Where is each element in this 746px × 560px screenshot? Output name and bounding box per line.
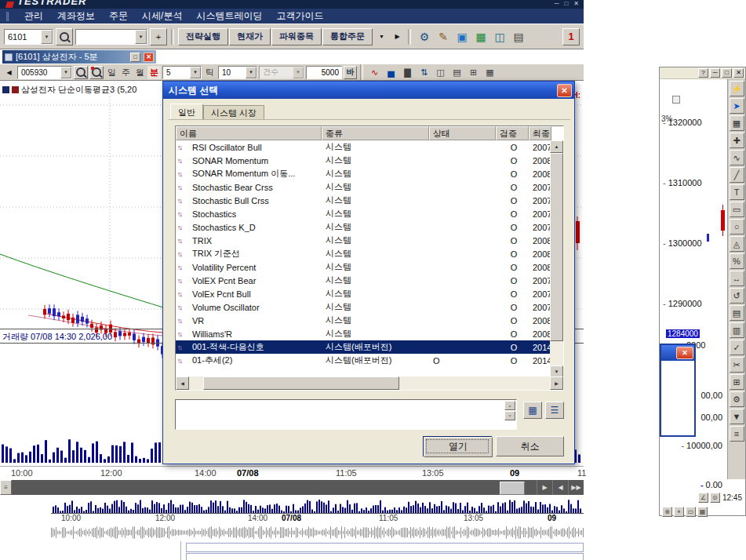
system-row[interactable]: ↑↓VolEX Pcnt Bear시스템O2007/	[176, 274, 563, 287]
mini-checkbox[interactable]	[672, 96, 680, 104]
tick-count-combo[interactable]: 10 ▼	[218, 66, 257, 79]
dropdown-icon[interactable]: ▼	[293, 67, 304, 78]
system-row[interactable]: ↑↓RSI Oscillator Bull시스템O2007/	[176, 140, 563, 154]
scroll-left-icon[interactable]: ◀	[176, 376, 189, 390]
dropdown-icon[interactable]: ▼	[60, 67, 71, 78]
scrollbar-track[interactable]	[12, 480, 537, 495]
close-icon[interactable]: ✕	[573, 0, 579, 8]
help-icon[interactable]: ?	[698, 68, 708, 78]
scrollbar-thumb[interactable]	[500, 482, 525, 495]
tab-general[interactable]: 일반	[170, 104, 203, 120]
column-header-2[interactable]: 종류	[322, 126, 429, 140]
report-icon-button[interactable]: ▤	[449, 65, 465, 79]
undo-icon[interactable]: ↺	[730, 288, 744, 304]
close-icon[interactable]: ✕	[676, 347, 693, 359]
alert-badge-button[interactable]: 1	[562, 28, 580, 45]
system-row[interactable]: ↑↓Stochastic Bear Crss시스템O2007/	[176, 180, 563, 194]
restore-icon[interactable]: □	[130, 53, 140, 62]
spin-up-icon[interactable]: ▲	[504, 401, 515, 410]
scrollbar-thumb[interactable]	[203, 376, 399, 390]
period-tick-button[interactable]: 틱	[203, 66, 217, 79]
monitor-icon-button[interactable]: ▣	[453, 27, 471, 46]
box-select-icon[interactable]: ▭	[686, 507, 696, 517]
resize-tool-icon[interactable]: ↔	[730, 271, 744, 286]
dialog-titlebar[interactable]: 시스템 선택 ✕	[163, 82, 574, 99]
cursor-icon[interactable]: ➤	[730, 98, 744, 114]
column-header-4[interactable]: 검증	[496, 126, 529, 140]
minimize-icon[interactable]: ─	[555, 0, 559, 8]
ellipse-tool-icon[interactable]: ○	[730, 219, 744, 235]
stock-search-button[interactable]	[74, 66, 88, 79]
overview-strip[interactable]: 10:0012:0014:0007/0811:0513:0509	[51, 496, 584, 541]
chart-scroll-button-1[interactable]: ▶	[537, 480, 552, 495]
angle-tool-icon[interactable]: ∠	[698, 493, 708, 503]
window-capture-icon-button[interactable]: ◫	[490, 27, 509, 46]
toolbar-button-2[interactable]: 현재가	[229, 28, 271, 45]
dropdown-icon[interactable]: ▼	[41, 30, 53, 44]
search-button[interactable]	[56, 28, 73, 45]
scrollbar-thumb[interactable]	[550, 153, 563, 341]
user-edit-icon-button[interactable]: ✎	[434, 27, 453, 46]
system-row[interactable]: ↑↓SONAR Momentum시스템O2008/	[176, 154, 563, 167]
add-button[interactable]: +	[150, 28, 167, 45]
lightning-icon[interactable]: ⚡	[730, 81, 744, 96]
system-row[interactable]: ↑↓SONAR Momentum 이동...시스템O2008/	[176, 167, 563, 180]
system-row[interactable]: ↑↓VolEx Pcnt Bull시스템O2007/	[176, 287, 563, 300]
formula-grid-button[interactable]: ▦	[523, 402, 542, 419]
trendline-icon[interactable]: ╱	[730, 167, 744, 183]
menu-item-1[interactable]: 관리	[24, 9, 43, 23]
dropdown-icon[interactable]: ▼	[190, 67, 201, 78]
list-view-button[interactable]: ☰	[545, 402, 564, 419]
period-button-분[interactable]: 분	[147, 66, 161, 79]
vertical-scrollbar[interactable]: ▲ ▼	[550, 140, 563, 378]
horizontal-scrollbar[interactable]: ◀ ▶	[176, 376, 563, 390]
cancel-button[interactable]: 취소	[496, 436, 564, 456]
splitter-grip-icon[interactable]: ≡	[0, 480, 12, 495]
bar-type-button[interactable]: 바	[344, 66, 357, 79]
bar-chart-icon-button[interactable]: ▅	[383, 65, 399, 79]
system-row[interactable]: ↑↓TRIX 기준선시스템O2008/	[176, 247, 563, 260]
crosshair-icon[interactable]: ✚	[730, 133, 744, 148]
scissors-icon[interactable]: ✂	[730, 357, 744, 373]
period-button-월[interactable]: 월	[133, 66, 147, 79]
check-icon[interactable]: ✓	[730, 340, 744, 355]
column-header-3[interactable]: 상태	[429, 126, 496, 140]
system-row[interactable]: ↑↓Volume Oscillator시스템O2007/	[176, 300, 563, 314]
system-row[interactable]: ↑↓TRIX시스템O2008/	[176, 234, 563, 247]
close-icon[interactable]: ✕	[733, 68, 744, 78]
system-row[interactable]: ↑↓Volatility Percent시스템O2008/	[176, 260, 563, 274]
chart-scroll-button-2[interactable]: ◀	[552, 480, 568, 495]
menu-item-5[interactable]: 시스템트레이딩	[196, 9, 262, 23]
gear-icon-button[interactable]: ⚙	[415, 27, 434, 46]
zoom-in-icon[interactable]: ⊕	[662, 507, 672, 517]
period-button-주[interactable]: 주	[119, 66, 133, 79]
grid-toggle-icon[interactable]: ▦	[697, 507, 708, 517]
chart-scrollbar[interactable]: ≡ ▶◀▶▶	[0, 480, 584, 495]
nav-left-icon[interactable]: ◀	[2, 66, 16, 79]
down-arrow-icon[interactable]: ▼	[730, 409, 744, 424]
menu-icon[interactable]: ≡	[730, 426, 744, 442]
toolbar-button-1[interactable]: 전략실행	[178, 28, 228, 45]
scroll-right-icon[interactable]: ▶	[550, 376, 563, 390]
menu-item-3[interactable]: 주문	[109, 9, 128, 23]
text-tool-icon[interactable]: T	[730, 184, 744, 200]
bottom-field-2[interactable]	[186, 553, 584, 560]
screen-code-combo[interactable]: 6101 ▼	[4, 29, 53, 45]
menu-item-6[interactable]: 고객가이드	[276, 9, 323, 23]
triangle-tool-icon[interactable]: ◬	[730, 236, 744, 252]
minimize-icon[interactable]: ─	[710, 68, 720, 78]
menu-item-4[interactable]: 시세/분석	[142, 9, 182, 23]
toolbar-button-4[interactable]: 통합주문	[322, 28, 373, 45]
scrollbar-track[interactable]	[189, 376, 550, 390]
item-combo[interactable]: ▼	[75, 29, 147, 45]
close-icon[interactable]: ✕	[144, 53, 154, 62]
system-row[interactable]: ↑↓Stochastics시스템O2007/	[176, 207, 563, 220]
bottom-field-1[interactable]	[186, 543, 584, 552]
zoom-tool-icon[interactable]: ⊙	[710, 493, 720, 503]
open-button[interactable]: 열기	[423, 436, 492, 456]
spin-down-icon[interactable]: ▼	[504, 411, 515, 420]
menu-item-2[interactable]: 계좌정보	[57, 9, 95, 23]
sort-updown-icon-button[interactable]: ⇅	[416, 65, 432, 79]
percent-tool-icon[interactable]: %	[730, 253, 744, 269]
next-arrow-icon[interactable]: ▶	[391, 30, 404, 43]
